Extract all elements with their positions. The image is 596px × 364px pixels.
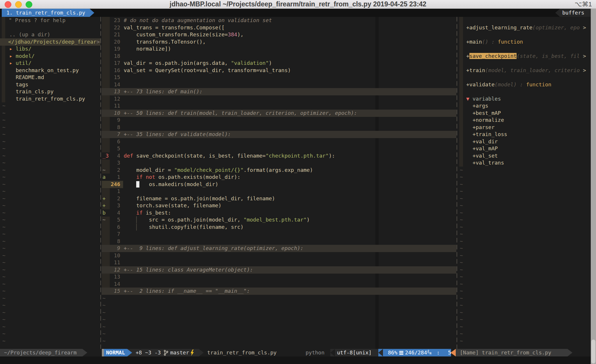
- code-line[interactable]: def save_checkpoint(state, is_best, file…: [124, 152, 335, 160]
- command-line[interactable]: [0, 356, 596, 364]
- tag-item[interactable]: +best_mAP: [466, 110, 501, 117]
- tree-item-file[interactable]: tags: [16, 81, 28, 88]
- window-separator-left[interactable]: [100, 17, 101, 349]
- tree-item-file[interactable]: train_retr_from_cls.py: [16, 95, 85, 103]
- tag-item[interactable]: +main() : function: [466, 38, 523, 46]
- tilde: ~: [460, 323, 463, 331]
- gutter-sign: _3: [102, 152, 109, 160]
- tag-item[interactable]: +train_loss: [466, 131, 507, 138]
- tag-item[interactable]: +train(model, train_loader, criterio: [466, 67, 580, 74]
- tilde: ~: [2, 288, 6, 295]
- tag-item[interactable]: +adjust_learning_rate(optimizer, epo: [466, 24, 580, 31]
- tilde: ~: [2, 188, 6, 195]
- cursor: [136, 181, 139, 188]
- tilde: ~: [2, 131, 6, 138]
- tag-item[interactable]: +val_mAP: [466, 145, 498, 152]
- tilde: ~: [460, 316, 463, 323]
- statusline-tagbar-name: [Name] train_retr_from_cls.py: [456, 349, 567, 356]
- code-line[interactable]: val_set = QuerySet(root=val_dir, transfo…: [124, 67, 291, 74]
- tilde: ~: [460, 209, 463, 217]
- line-number: 10: [102, 252, 120, 259]
- tree-item-dir[interactable]: ▸libs/: [9, 45, 31, 53]
- code-line[interactable]: if not os.path.exists(model_dir):: [124, 174, 240, 181]
- statusline-nerdtree-path: ~/Projects/deep_firearm: [0, 349, 82, 356]
- line-number: 18: [102, 53, 120, 60]
- tree-item-file[interactable]: train_cls.py: [16, 88, 54, 95]
- macos-titlebar: jdhao-MBP.local ~/Projects/deep_firearm/…: [0, 0, 596, 9]
- code-line[interactable]: src = os.path.join(model_dir, "model_bes…: [124, 216, 310, 224]
- line-number: 19: [102, 45, 120, 53]
- tag-item[interactable]: +args: [466, 102, 488, 110]
- chevron-right-icon: ▸: [9, 53, 13, 59]
- code-line[interactable]: torch.save(state, filename): [124, 202, 221, 209]
- tilde: ~: [2, 145, 6, 152]
- tree-root-trunc: >: [97, 38, 100, 46]
- line-number: 5: [102, 145, 120, 152]
- statusline-git: +8 ~3 -3 master: [127, 349, 199, 356]
- code-line[interactable]: normalize]): [124, 45, 171, 53]
- code-line[interactable]: filename = os.path.join(model_dir, filen…: [124, 195, 275, 202]
- line-number: 8: [102, 238, 120, 245]
- line-number: 11: [102, 259, 120, 266]
- tilde: ~: [460, 195, 463, 202]
- tilde: ~: [102, 295, 106, 302]
- fold-text: +-- 50 lines: def train(model, train_loa…: [124, 110, 357, 117]
- tag-item[interactable]: +save_checkpoint(state, is_best, fil: [466, 53, 580, 60]
- code-line[interactable]: shutil.copyfile(filename, src): [124, 224, 244, 231]
- tab-shortcut-indicator: ⌥⌘1: [574, 1, 592, 8]
- tilde: ~: [2, 195, 6, 202]
- tilde: ~: [2, 117, 6, 124]
- tilde: ~: [2, 102, 6, 110]
- line-number: 14: [102, 281, 120, 288]
- tilde: ~: [2, 152, 6, 160]
- gutter-sign: ~: [102, 167, 106, 174]
- code-line[interactable]: val_trans = transforms.Compose([: [124, 24, 225, 31]
- tree-item-file[interactable]: README.md: [16, 74, 44, 81]
- fold-text: +-- 9 lines: def adjust_learning_rate(op…: [124, 245, 304, 252]
- tag-item[interactable]: +val_set: [466, 152, 498, 160]
- gutter-sign: +: [102, 202, 106, 209]
- code-line[interactable]: transforms.ToTensor(),: [124, 38, 206, 46]
- line-number: 16: [102, 67, 120, 74]
- powerline-arrow-orange-icon: [450, 349, 456, 356]
- powerline-arrow-icon: [378, 349, 383, 356]
- scrollbar-thumb[interactable]: [591, 340, 595, 363]
- window-separator-right[interactable]: [457, 17, 457, 349]
- code-line[interactable]: if is_best:: [124, 209, 171, 217]
- line-number: 9: [102, 245, 120, 252]
- tilde: ~: [2, 224, 6, 231]
- line-number: 7: [102, 131, 120, 138]
- code-line[interactable]: custom_transform.Resize(size=384),: [124, 31, 244, 38]
- current-line-number: 246: [102, 181, 120, 188]
- line-number: 8: [102, 124, 120, 131]
- tabline: 1. train_retr_from_cls.py buffers: [0, 9, 596, 17]
- tilde: ~: [2, 202, 6, 209]
- tag-kind-variables[interactable]: ▼ variables: [466, 95, 501, 103]
- tag-item[interactable]: +val_trans: [466, 159, 504, 167]
- line-number: 6: [102, 138, 120, 145]
- tag-item[interactable]: +val_dir: [466, 138, 498, 145]
- truncation-marker: >: [583, 67, 586, 74]
- gutter-sign: a: [102, 174, 106, 181]
- git-branch-icon: [164, 350, 168, 356]
- statusline-mode: NORMAL: [104, 349, 127, 356]
- lines-icon: [399, 351, 403, 355]
- code-line[interactable]: # do not do data augmentation on validat…: [124, 17, 272, 24]
- code-line[interactable]: model_dir = "model/check_point/{}".forma…: [124, 167, 313, 174]
- tree-root[interactable]: </jdhao/Projects/deep_firear: [8, 38, 96, 46]
- tree-item-dir[interactable]: ▸util/: [9, 60, 31, 67]
- fold-text: +-- 73 lines: def main():: [124, 88, 203, 95]
- tree-up-dir[interactable]: .. (up a dir): [9, 31, 50, 38]
- tag-item[interactable]: +normalize: [466, 117, 504, 124]
- line-of-total: 246/284: [405, 349, 427, 356]
- powerline-arrow-icon: [199, 349, 204, 356]
- tag-item[interactable]: +validate(model) : function: [466, 81, 551, 88]
- line-number: 6: [102, 224, 120, 231]
- tree-item-dir[interactable]: ▸model/: [9, 53, 35, 60]
- tilde: ~: [460, 295, 463, 302]
- tree-item-file[interactable]: benchmark_on_test.py: [16, 67, 79, 74]
- scrollbar[interactable]: [591, 9, 596, 364]
- tag-item[interactable]: +parser: [466, 124, 495, 131]
- tab-train-retr-from-cls[interactable]: 1. train_retr_from_cls.py: [2, 9, 94, 17]
- code-line[interactable]: val_dir = os.path.join(args.data, "valid…: [124, 60, 272, 67]
